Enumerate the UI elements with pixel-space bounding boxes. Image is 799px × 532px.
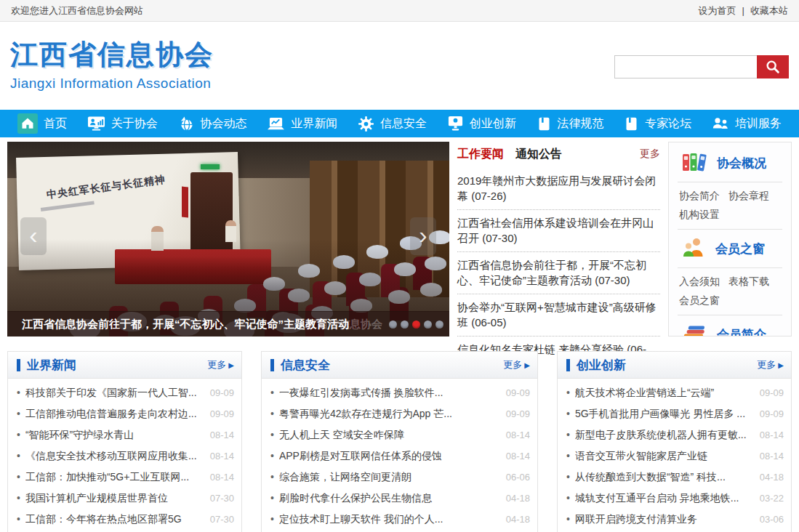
list-item[interactable]: •工信部：加快推动“5G+工业互联网...08-14 bbox=[17, 467, 234, 488]
carousel-prev-button[interactable]: ‹ bbox=[20, 217, 47, 255]
item-date: 09-09 bbox=[760, 403, 784, 424]
column-info-security: 信息安全 更多▶ •一夜爆红引发病毒式传播 换脸软件...09-09 •粤警再曝… bbox=[261, 351, 538, 532]
search-button[interactable] bbox=[757, 55, 789, 78]
nav-item-security[interactable]: 信息安全 bbox=[358, 116, 427, 132]
list-item[interactable]: •新型电子皮肤系统使机器人拥有更敏...08-14 bbox=[566, 424, 784, 446]
topbar-divider: | bbox=[742, 5, 744, 16]
list-item[interactable]: •工信部：今年将在热点地区部署5G07-30 bbox=[17, 509, 234, 530]
notice-item[interactable]: 江西省社会信用体系建设培训会在井冈山召开 (07-30) bbox=[457, 210, 660, 252]
sidebar-section-member-profiles[interactable]: 会员简介 bbox=[678, 315, 782, 336]
nav-item-training[interactable]: 培训服务 bbox=[712, 116, 782, 132]
nav-item-law[interactable]: 法律规范 bbox=[537, 116, 604, 132]
list-item[interactable]: •网联开启跨境支付清算业务03-06 bbox=[566, 509, 784, 530]
carousel-dot[interactable] bbox=[389, 321, 397, 329]
bullet-icon: • bbox=[17, 424, 20, 446]
notice-date: (06-05) bbox=[471, 316, 506, 329]
nav-label: 法律规范 bbox=[558, 116, 604, 132]
list-item[interactable]: •综合施策，让网络空间更清朗06-06 bbox=[270, 467, 530, 488]
search-input[interactable] bbox=[614, 55, 757, 78]
sidebar-link[interactable]: 会员之窗 bbox=[679, 291, 720, 310]
list-item[interactable]: •科技部关于印发《国家新一代人工智...09-09 bbox=[17, 382, 234, 403]
list-item[interactable]: •工信部推动电信普遍服务走向农村边...09-09 bbox=[17, 403, 234, 424]
notice-item[interactable]: 江西省信息协会前往于都，开展“不忘初心、牢记使命”主题教育活动 (07-30) bbox=[457, 252, 660, 294]
sidebar-section-title: 会员之窗 bbox=[715, 241, 765, 257]
bullet-icon: • bbox=[17, 382, 20, 403]
column-list: •一夜爆红引发病毒式传播 换脸软件...09-09 •粤警再曝光42款存在违规行… bbox=[262, 379, 537, 532]
item-date: 03-06 bbox=[760, 509, 784, 530]
list-item[interactable]: •语音交互带火智能家居产业链08-14 bbox=[566, 446, 784, 467]
tab-work-news[interactable]: 工作要闻 bbox=[457, 147, 504, 162]
carousel-dot-active[interactable] bbox=[412, 321, 420, 329]
bullet-icon: • bbox=[270, 382, 274, 403]
list-item[interactable]: •定位技术盯上聊天软件 我们的个人...04-18 bbox=[270, 509, 530, 530]
sidebar-link[interactable]: 协会章程 bbox=[728, 186, 769, 205]
sidebar-link[interactable]: 表格下载 bbox=[728, 272, 769, 291]
nav-item-innovation[interactable]: 创业创新 bbox=[447, 116, 516, 132]
laptop-chart-icon bbox=[267, 116, 285, 132]
sidebar-section-members[interactable]: 会员之窗 bbox=[678, 229, 782, 267]
sidebar-section-overview[interactable]: 协会概况 bbox=[678, 144, 782, 182]
notice-item[interactable]: 2019年赣州市大数据应用与发展研讨会闭幕 (07-26) bbox=[457, 168, 660, 210]
favorite-link[interactable]: 收藏本站 bbox=[750, 4, 788, 17]
nav-item-industry-news[interactable]: 业界新闻 bbox=[267, 116, 337, 132]
list-item[interactable]: •刷脸时代拿什么保护公民生物信息04-18 bbox=[270, 488, 530, 509]
nav-item-forum[interactable]: 专家论坛 bbox=[624, 116, 691, 132]
nav-label: 业界新闻 bbox=[291, 116, 337, 132]
item-date: 08-14 bbox=[506, 424, 530, 446]
notice-date: (07-30) bbox=[595, 274, 630, 286]
tab-announcements[interactable]: 通知公告 bbox=[515, 147, 562, 162]
bullet-icon: • bbox=[17, 467, 20, 488]
list-item[interactable]: •无人机上天 空域安全咋保障08-14 bbox=[270, 424, 530, 446]
column-more-link[interactable]: 更多▶ bbox=[207, 358, 234, 371]
sidebar-links-overview: 协会简介协会章程机构设置 bbox=[678, 182, 782, 229]
nav-item-home[interactable]: 首页 bbox=[17, 113, 67, 134]
bullet-icon: • bbox=[270, 403, 274, 424]
list-item[interactable]: •城轨支付互通平台启动 异地乘地铁...03-22 bbox=[566, 488, 784, 509]
column-more-link[interactable]: 更多▶ bbox=[503, 358, 530, 371]
carousel-dot[interactable] bbox=[424, 321, 432, 329]
list-item[interactable]: •APP刷榜是对互联网信任体系的侵蚀08-14 bbox=[270, 446, 530, 467]
bullet-icon: • bbox=[17, 509, 20, 530]
bullet-icon: • bbox=[566, 509, 570, 530]
sidebar-link[interactable]: 入会须知 bbox=[679, 272, 720, 291]
nav-label: 专家论坛 bbox=[645, 116, 691, 132]
site-logo[interactable]: 江西省信息协会 Jiangxi Information Association bbox=[10, 36, 214, 92]
members-icon bbox=[682, 237, 705, 260]
notice-item[interactable]: 协会举办“互联网+智慧城市建设”高级研修班 (06-05) bbox=[457, 294, 660, 336]
sidebar-link[interactable]: 协会简介 bbox=[679, 186, 720, 205]
carousel-dot[interactable] bbox=[435, 321, 443, 329]
item-title: APP刷榜是对互联网信任体系的侵蚀 bbox=[279, 446, 500, 467]
column-title: 信息安全 bbox=[281, 357, 330, 374]
bullet-icon: • bbox=[566, 403, 570, 424]
item-title: 综合施策，让网络空间更清朗 bbox=[279, 467, 500, 488]
list-item[interactable]: •从传统酿造到大数据“智造” 科技...04-18 bbox=[566, 467, 784, 488]
list-item[interactable]: •航天技术将企业营销送上“云端”09-09 bbox=[566, 382, 784, 403]
list-item[interactable]: •我国计算机产业规模居世界首位07-30 bbox=[17, 488, 234, 509]
list-item[interactable]: •5G手机首批用户画像曝光 男性居多 ...09-09 bbox=[566, 403, 784, 424]
nav-label: 关于协会 bbox=[111, 116, 158, 132]
column-more-link[interactable]: 更多▶ bbox=[757, 358, 784, 371]
sidebar-links-members: 入会须知表格下载会员之窗 bbox=[678, 267, 782, 315]
list-item[interactable]: •《信息安全技术移动互联网应用收集...08-14 bbox=[17, 446, 234, 467]
nav-item-dynamics[interactable]: 协会动态 bbox=[178, 116, 247, 132]
list-item[interactable]: •一夜爆红引发病毒式传播 换脸软件...09-09 bbox=[270, 382, 530, 403]
carousel-dot[interactable] bbox=[401, 321, 409, 329]
item-date: 08-14 bbox=[760, 424, 784, 446]
column-header: 创业创新 更多▶ bbox=[558, 352, 791, 379]
title-bar-icon bbox=[17, 359, 20, 371]
item-title: 新型电子皮肤系统使机器人拥有更敏... bbox=[575, 424, 754, 446]
people-icon bbox=[712, 116, 729, 132]
set-home-link[interactable]: 设为首页 bbox=[699, 4, 736, 17]
list-item[interactable]: •“智能环保”守护绿水青山08-14 bbox=[17, 424, 234, 446]
right-sidebar: 协会概况 协会简介协会章程机构设置 会员之窗 入会须知表格下载会员之窗 会员简介 bbox=[668, 142, 792, 336]
notices-panel: 工作要闻 通知公告 更多 2019年赣州市大数据应用与发展研讨会闭幕 (07-2… bbox=[457, 142, 660, 336]
gear-icon bbox=[358, 116, 374, 132]
list-item[interactable]: •粤警再曝光42款存在违规行为App 芒...09-09 bbox=[270, 403, 530, 424]
sidebar-link[interactable]: 机构设置 bbox=[679, 205, 720, 224]
carousel-next-button[interactable]: › bbox=[410, 217, 436, 255]
nav-item-about[interactable]: 关于协会 bbox=[87, 116, 158, 132]
column-title: 创业创新 bbox=[577, 357, 626, 374]
carousel-caption[interactable]: 江西省信息协会前往于都，开展“不忘初心、牢记使命”主题教育活动 bbox=[7, 311, 449, 336]
notices-more-link[interactable]: 更多 bbox=[640, 148, 660, 161]
carousel[interactable]: 中央红军长征与长征精神 ‹ › 江西省信息协会前往于都，开展“不忘初心、牢记使命… bbox=[7, 142, 449, 336]
